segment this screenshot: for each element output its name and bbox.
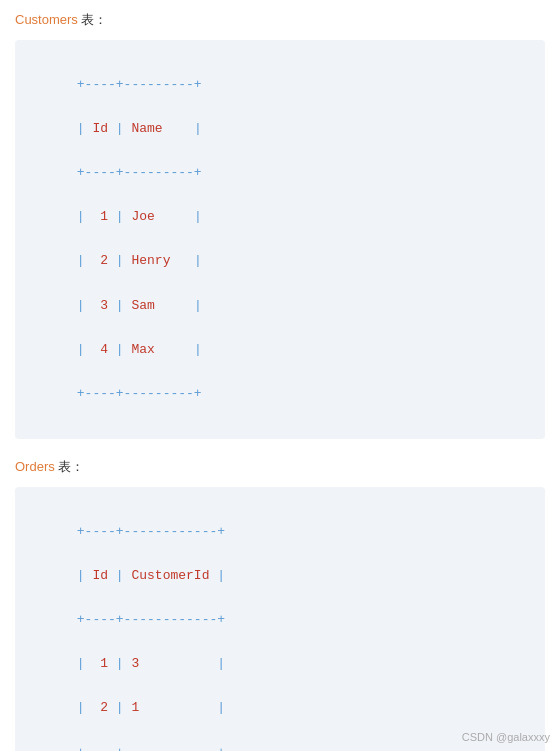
- o-row1-cid: 3: [124, 656, 218, 671]
- pipe-r4-2: |: [116, 342, 124, 357]
- pipe-3: |: [194, 121, 202, 136]
- o-row2-id: 2: [85, 700, 116, 715]
- orders-table: +----+------------+ | Id | CustomerId | …: [30, 499, 530, 751]
- orders-keyword: Orders: [15, 459, 55, 474]
- o-pipe-r1-3: |: [217, 656, 225, 671]
- pipe-r1-3: |: [194, 209, 202, 224]
- watermark: CSDN @galaxxxy: [462, 731, 550, 743]
- row2-name: Henry: [124, 253, 194, 268]
- customers-title: Customers 表：: [15, 10, 545, 30]
- border-3: +----+---------+: [77, 386, 202, 401]
- orders-title-suffix: 表：: [55, 459, 85, 474]
- pipe-r2-1: |: [77, 253, 85, 268]
- customers-keyword: Customers: [15, 12, 78, 27]
- row4-id: 4: [85, 342, 116, 357]
- o-pipe-r1-2: |: [116, 656, 124, 671]
- orders-section: Orders 表： +----+------------+ | Id | Cus…: [15, 457, 545, 751]
- pipe-r1-2: |: [116, 209, 124, 224]
- row4-name: Max: [124, 342, 194, 357]
- o-pipe-r2-3: |: [217, 700, 225, 715]
- pipe-r1-1: |: [77, 209, 85, 224]
- o-pipe-r2-1: |: [77, 700, 85, 715]
- o-border-1: +----+------------+: [77, 524, 225, 539]
- o-pipe-r1-1: |: [77, 656, 85, 671]
- customers-table-box: +----+---------+ | Id | Name | +----+---…: [15, 40, 545, 440]
- pipe-1: |: [77, 121, 85, 136]
- o-pipe-r2-2: |: [116, 700, 124, 715]
- border-2: +----+---------+: [77, 165, 202, 180]
- row3-name: Sam: [124, 298, 194, 313]
- customers-title-suffix: 表：: [78, 12, 108, 27]
- o-row1-id: 1: [85, 656, 116, 671]
- pipe-2: |: [116, 121, 124, 136]
- customers-section: Customers 表： +----+---------+ | Id | Nam…: [15, 10, 545, 439]
- header-id: Id: [85, 121, 116, 136]
- o-pipe-1: |: [77, 568, 85, 583]
- border-1: +----+---------+: [77, 77, 202, 92]
- customers-table: +----+---------+ | Id | Name | +----+---…: [30, 52, 530, 428]
- row3-id: 3: [85, 298, 116, 313]
- row2-id: 2: [85, 253, 116, 268]
- o-pipe-2: |: [116, 568, 124, 583]
- pipe-r3-2: |: [116, 298, 124, 313]
- pipe-r3-3: |: [194, 298, 202, 313]
- pipe-r4-1: |: [77, 342, 85, 357]
- row1-name: Joe: [124, 209, 194, 224]
- o-pipe-3: |: [217, 568, 225, 583]
- pipe-r4-3: |: [194, 342, 202, 357]
- pipe-r2-3: |: [194, 253, 202, 268]
- header-name: Name: [124, 121, 194, 136]
- o-header-id: Id: [85, 568, 116, 583]
- pipe-r3-1: |: [77, 298, 85, 313]
- o-header-cid: CustomerId: [124, 568, 218, 583]
- o-border-3: +----+------------+: [77, 745, 225, 751]
- pipe-r2-2: |: [116, 253, 124, 268]
- orders-table-box: +----+------------+ | Id | CustomerId | …: [15, 487, 545, 751]
- row1-id: 1: [85, 209, 116, 224]
- o-border-2: +----+------------+: [77, 612, 225, 627]
- o-row2-cid: 1: [124, 700, 218, 715]
- orders-title: Orders 表：: [15, 457, 545, 477]
